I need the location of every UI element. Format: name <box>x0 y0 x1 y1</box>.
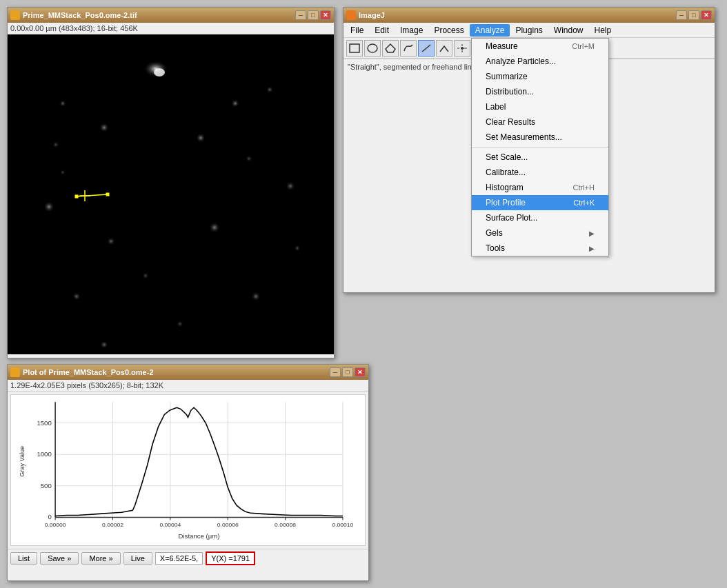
gels-label: Gels <box>486 228 503 238</box>
list-button[interactable]: List <box>10 552 37 565</box>
menu-tools[interactable]: Tools ▶ <box>472 241 608 256</box>
svg-rect-26 <box>350 44 359 52</box>
svg-point-2 <box>154 68 165 77</box>
surface-plot-label: Surface Plot... <box>486 213 537 223</box>
menu-file[interactable]: File <box>345 24 369 37</box>
svg-point-3 <box>59 100 66 107</box>
menu-edit[interactable]: Edit <box>369 24 395 37</box>
svg-point-13 <box>209 222 220 233</box>
svg-text:0.00002: 0.00002 <box>102 521 123 528</box>
rect-tool[interactable] <box>346 40 363 57</box>
menu-plugins[interactable]: Plugins <box>510 24 548 37</box>
microscopy-window: Prime_MMStack_Pos0.ome-2.tif ─ □ ✕ 0.00x… <box>7 7 335 358</box>
oval-tool[interactable] <box>364 40 381 57</box>
microscopy-title-bar[interactable]: Prime_MMStack_Pos0.ome-2.tif ─ □ ✕ <box>8 8 334 23</box>
tools-label: Tools <box>486 243 505 253</box>
svg-point-17 <box>251 292 261 301</box>
angle-tool[interactable] <box>436 40 452 57</box>
set-measurements-label: Set Measurements... <box>486 132 562 142</box>
svg-point-12 <box>107 237 115 245</box>
microscopy-canvas[interactable] <box>8 34 334 354</box>
svg-point-16 <box>72 292 81 301</box>
menu-bar: File Edit Image Process Analyze Plugins … <box>343 23 715 38</box>
svg-point-18 <box>177 321 183 327</box>
x-coordinate: X=6.52E-5, <box>155 552 203 565</box>
ij-minimize-button[interactable]: ─ <box>676 10 687 20</box>
svg-rect-24 <box>75 195 78 198</box>
measure-label: Measure <box>486 41 518 51</box>
more-button[interactable]: More » <box>81 552 120 565</box>
svg-point-14 <box>142 272 149 279</box>
plot-title-bar[interactable]: Plot of Prime_MMStack_Pos0.ome-2 ─ □ ✕ <box>8 365 368 380</box>
svg-point-4 <box>99 123 109 132</box>
svg-text:0.00010: 0.00010 <box>332 521 353 528</box>
svg-point-8 <box>196 133 206 143</box>
menu-image[interactable]: Image <box>395 24 428 37</box>
svg-marker-28 <box>386 44 395 52</box>
menu-label[interactable]: Label <box>472 99 608 114</box>
tools-arrow: ▶ <box>589 245 595 252</box>
image-info: 0.00x0.00 µm (483x483); 16-bit; 456K <box>8 23 334 34</box>
svg-point-6 <box>231 99 239 108</box>
svg-rect-0 <box>8 34 334 354</box>
menu-summarize[interactable]: Summarize <box>472 69 608 84</box>
menu-analyze[interactable]: Analyze <box>470 24 510 37</box>
menu-clear-results[interactable]: Clear Results <box>472 114 608 130</box>
imagej-title-bar[interactable]: ImageJ ─ □ ✕ <box>343 8 715 23</box>
menu-window[interactable]: Window <box>548 24 589 37</box>
svg-point-20 <box>60 170 66 175</box>
plot-maximize-button[interactable]: □ <box>342 367 353 377</box>
calibrate-label: Calibrate... <box>486 168 526 177</box>
ij-maximize-button[interactable]: □ <box>688 10 699 20</box>
freehand-tool[interactable] <box>400 40 417 57</box>
svg-text:0: 0 <box>48 514 51 521</box>
menu-calibrate[interactable]: Calibrate... <box>472 165 608 180</box>
summarize-label: Summarize <box>486 72 528 81</box>
svg-point-9 <box>246 155 252 162</box>
line-tool[interactable] <box>418 40 435 57</box>
menu-histogram[interactable]: Histogram Ctrl+H <box>472 180 608 195</box>
menu-process[interactable]: Process <box>428 24 469 37</box>
svg-point-5 <box>52 141 59 148</box>
save-button[interactable]: Save » <box>40 552 79 565</box>
menu-surface-plot[interactable]: Surface Plot... <box>472 210 608 225</box>
svg-point-27 <box>368 44 377 52</box>
menu-set-scale[interactable]: Set Scale... <box>472 150 608 165</box>
menu-analyze-particles[interactable]: Analyze Particles... <box>472 54 608 69</box>
live-button[interactable]: Live <box>123 552 152 565</box>
plot-profile-shortcut: Ctrl+K <box>573 199 595 207</box>
microscopy-title: Prime_MMStack_Pos0.ome-2.tif <box>23 11 137 19</box>
polygon-tool[interactable] <box>382 40 399 57</box>
svg-rect-25 <box>106 193 109 196</box>
close-button[interactable]: ✕ <box>320 10 331 20</box>
menu-gels[interactable]: Gels ▶ <box>472 225 608 241</box>
point-tool[interactable] <box>454 40 470 57</box>
measure-shortcut: Ctrl+M <box>572 42 595 50</box>
minimize-button[interactable]: ─ <box>295 10 306 20</box>
plot-svg: 0 500 1000 1500 0.00000 0.00002 0.00004 … <box>11 395 365 545</box>
plot-info: 1.29E-4x2.05E3 pixels (530x265); 8-bit; … <box>8 380 368 392</box>
y-coordinate: Y(X) =1791 <box>206 551 255 565</box>
maximize-button[interactable]: □ <box>308 10 319 20</box>
menu-measure[interactable]: Measure Ctrl+M <box>472 39 608 54</box>
plot-profile-label: Plot Profile <box>486 198 526 207</box>
svg-point-30 <box>461 47 464 50</box>
plot-close-button[interactable]: ✕ <box>355 367 366 377</box>
menu-separator-1 <box>472 147 608 148</box>
menu-plot-profile[interactable]: Plot Profile Ctrl+K <box>472 195 608 210</box>
set-scale-label: Set Scale... <box>486 152 528 162</box>
analyze-particles-label: Analyze Particles... <box>486 57 556 66</box>
plot-minimize-button[interactable]: ─ <box>330 367 341 377</box>
plot-area: 0 500 1000 1500 0.00000 0.00002 0.00004 … <box>10 394 366 546</box>
svg-text:0.00004: 0.00004 <box>159 521 181 528</box>
svg-text:500: 500 <box>41 483 52 489</box>
plot-window-icon <box>10 367 20 377</box>
menu-set-measurements[interactable]: Set Measurements... <box>472 130 608 145</box>
svg-text:Distance (µm): Distance (µm) <box>179 533 220 540</box>
ij-close-button[interactable]: ✕ <box>701 10 712 20</box>
svg-point-11 <box>286 181 295 191</box>
svg-point-10 <box>43 201 54 212</box>
svg-text:1500: 1500 <box>37 420 51 427</box>
menu-distribution[interactable]: Distribution... <box>472 84 608 99</box>
menu-help[interactable]: Help <box>589 24 617 37</box>
